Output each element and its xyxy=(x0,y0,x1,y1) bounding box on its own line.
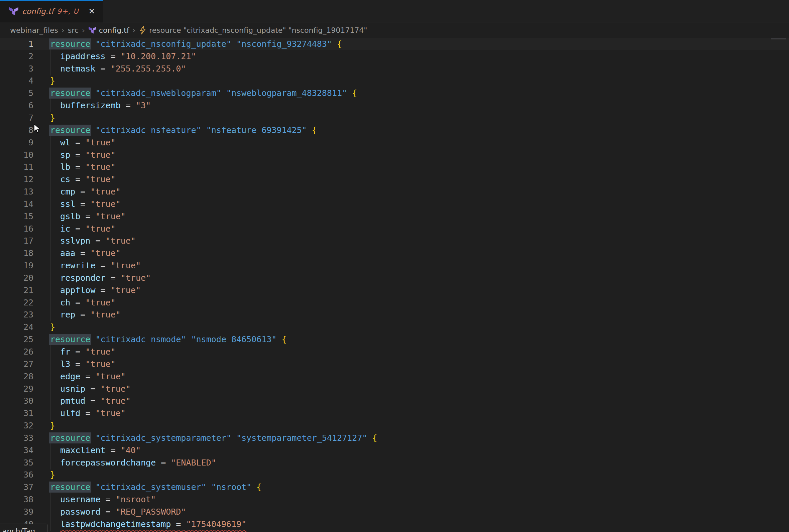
line-number: 19 xyxy=(0,261,34,270)
equals-token: = xyxy=(75,347,80,357)
code-line[interactable]: 6buffersizemb = "3" xyxy=(0,99,789,112)
code-line[interactable]: 37resource "citrixadc_systemuser" "nsroo… xyxy=(0,481,789,493)
line-number: 23 xyxy=(0,310,34,320)
equals-token: = xyxy=(106,495,111,504)
breadcrumb-file[interactable]: config.tf xyxy=(88,26,129,34)
code-text: netmask = "255.255.255.0" xyxy=(50,64,789,74)
code-line[interactable]: 24} xyxy=(0,321,789,333)
line-number: 31 xyxy=(0,408,34,418)
equals-token: = xyxy=(75,150,80,160)
code-line[interactable]: 31ulfd = "true" xyxy=(0,407,789,419)
code-line[interactable]: 11lb = "true" xyxy=(0,161,789,173)
code-line[interactable]: 5resource "citrixadc_nsweblogparam" "nsw… xyxy=(0,87,789,99)
code-text: ipaddress = "10.200.107.21" xyxy=(50,52,789,61)
overview-ruler-mark xyxy=(771,38,786,39)
attribute-expression: maxclient = "40" xyxy=(60,445,141,455)
close-icon[interactable]: ✕ xyxy=(87,6,97,16)
code-line[interactable]: 3netmask = "255.255.255.0" xyxy=(0,62,789,75)
breadcrumb-folder[interactable]: src xyxy=(68,26,79,34)
code-line[interactable]: 34maxclient = "40" xyxy=(0,444,789,456)
equals-token: = xyxy=(75,359,80,369)
code-line[interactable]: 14ssl = "true" xyxy=(0,198,789,210)
code-line[interactable]: 19rewrite = "true" xyxy=(0,259,789,272)
terraform-file-icon xyxy=(9,7,19,16)
code-token: "citrixadc_systemuser" xyxy=(95,482,206,492)
code-area[interactable]: 1resource "citrixadc_nsconfig_update" "n… xyxy=(0,38,789,530)
string-value-token: "true" xyxy=(96,211,126,221)
line-number: 6 xyxy=(0,100,34,110)
attribute-token: pmtud xyxy=(60,396,85,406)
string-value-token: "true" xyxy=(101,396,131,406)
code-line[interactable]: 40lastpwdchangetimestamp = "1754049619" xyxy=(0,518,789,530)
code-line[interactable]: 7} xyxy=(0,112,789,124)
code-text: resource "citrixadc_systemuser" "nsroot"… xyxy=(50,482,789,492)
breadcrumb-symbol[interactable]: resource "citrixadc_nsconfig_update" "ns… xyxy=(139,26,367,34)
equals-token: = xyxy=(101,285,106,295)
code-text: sslvpn = "true" xyxy=(50,236,789,246)
code-line[interactable]: 12cs = "true" xyxy=(0,173,789,186)
chevron-right-icon: › xyxy=(81,26,85,34)
line-number: 3 xyxy=(0,64,34,74)
code-token: "citrixadc_systemparameter" xyxy=(95,433,231,443)
code-line[interactable]: 27l3 = "true" xyxy=(0,358,789,370)
code-text: fr = "true" xyxy=(50,347,789,357)
code-token: "nsmode_84650613" xyxy=(191,335,277,344)
code-text: appflow = "true" xyxy=(50,285,789,295)
code-line[interactable]: 2ipaddress = "10.200.107.21" xyxy=(0,50,789,62)
code-line[interactable]: 16ic = "true" xyxy=(0,223,789,235)
tab-bar: config.tf 9+, U ✕ xyxy=(0,0,789,22)
code-line[interactable]: 9wl = "true" xyxy=(0,136,789,149)
editor[interactable]: 1resource "citrixadc_nsconfig_update" "n… xyxy=(0,38,789,532)
keyword-token: resource xyxy=(49,38,91,50)
attribute-token: edge xyxy=(60,372,80,381)
line-number: 28 xyxy=(0,372,34,381)
code-line[interactable]: 20responder = "true" xyxy=(0,272,789,284)
status-tooltip-text: anch/Tag xyxy=(2,527,35,532)
attribute-token: cs xyxy=(60,174,70,184)
code-line[interactable]: 35forcepasswordchange = "ENABLED" xyxy=(0,456,789,469)
attribute-expression: sp = "true" xyxy=(60,150,116,160)
equals-token: = xyxy=(85,408,90,418)
code-line[interactable]: 23rep = "true" xyxy=(0,309,789,321)
code-token: "nsroot" xyxy=(211,482,251,492)
code-line[interactable]: 33resource "citrixadc_systemparameter" "… xyxy=(0,432,789,444)
line-number: 26 xyxy=(0,347,34,357)
tab-config-tf[interactable]: config.tf 9+, U ✕ xyxy=(0,0,103,22)
equals-token: = xyxy=(75,138,80,147)
code-line[interactable]: 30pmtud = "true" xyxy=(0,395,789,407)
code-line[interactable]: 18aaa = "true" xyxy=(0,247,789,259)
attribute-token: username xyxy=(60,495,100,504)
equals-token: = xyxy=(90,384,95,394)
code-line[interactable]: 4} xyxy=(0,75,789,87)
line-number: 18 xyxy=(0,248,34,258)
code-line[interactable]: 25resource "citrixadc_nsmode" "nsmode_84… xyxy=(0,333,789,345)
code-line[interactable]: 13cmp = "true" xyxy=(0,186,789,198)
code-line[interactable]: 10sp = "true" xyxy=(0,149,789,161)
code-line[interactable]: 1resource "citrixadc_nsconfig_update" "n… xyxy=(0,38,789,50)
attribute-expression: gslb = "true" xyxy=(60,211,126,221)
code-line[interactable]: 38username = "nsroot" xyxy=(0,493,789,506)
code-line[interactable]: 28edge = "true" xyxy=(0,370,789,383)
code-line[interactable]: 39password = "REQ_PASSWORD" xyxy=(0,506,789,518)
equals-token: = xyxy=(106,507,111,517)
code-line[interactable]: 32} xyxy=(0,419,789,432)
code-line[interactable]: 22ch = "true" xyxy=(0,297,789,309)
code-text: resource "citrixadc_nsweblogparam" "nswe… xyxy=(50,88,789,98)
code-line[interactable]: 26fr = "true" xyxy=(0,345,789,358)
code-line[interactable]: 15gslb = "true" xyxy=(0,210,789,223)
attribute-token: responder xyxy=(60,273,105,283)
terraform-icon xyxy=(88,26,97,34)
code-line[interactable]: 8resource "citrixadc_nsfeature" "nsfeatu… xyxy=(0,124,789,136)
attribute-token: wl xyxy=(60,138,70,147)
attribute-token: sp xyxy=(60,150,70,160)
equals-token: = xyxy=(126,100,131,110)
line-number: 5 xyxy=(0,88,34,98)
attribute-expression: sslvpn = "true" xyxy=(60,236,136,246)
keyword-token: resource xyxy=(49,481,91,493)
code-line[interactable]: 36} xyxy=(0,469,789,481)
code-line[interactable]: 21appflow = "true" xyxy=(0,284,789,297)
code-line[interactable]: 29usnip = "true" xyxy=(0,383,789,395)
string-value-token: "40" xyxy=(121,445,141,455)
code-line[interactable]: 17sslvpn = "true" xyxy=(0,235,789,247)
breadcrumb-folder[interactable]: webinar_files xyxy=(10,26,58,34)
